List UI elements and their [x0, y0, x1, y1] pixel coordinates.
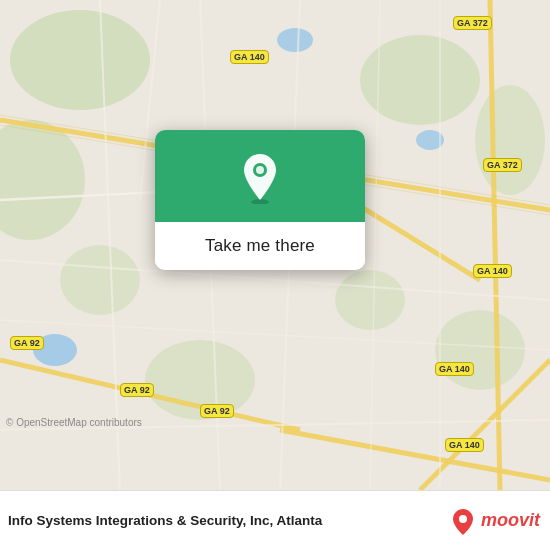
bottom-info: Info Systems Integrations & Security, In…: [8, 513, 322, 528]
moovit-logo: moovit: [449, 507, 540, 535]
map-container: GA 140 GA 372 GA 372 A 140 GA 140 GA 92 …: [0, 0, 550, 490]
svg-point-3: [60, 245, 140, 315]
popup-header: [155, 130, 365, 222]
road-badge-ga92-bottom: GA 92: [200, 404, 234, 418]
road-badge-ga140-mid2: GA 140: [473, 264, 512, 278]
road-badge-ga372-top: GA 372: [453, 16, 492, 30]
svg-point-6: [435, 310, 525, 390]
svg-point-10: [277, 28, 313, 52]
take-me-there-button[interactable]: Take me there: [155, 222, 365, 270]
svg-point-5: [335, 270, 405, 330]
svg-point-8: [475, 85, 545, 195]
moovit-pin-icon: [449, 507, 477, 535]
place-name: Info Systems Integrations & Security, In…: [8, 513, 322, 528]
bottom-bar: Info Systems Integrations & Security, In…: [0, 490, 550, 550]
road-badge-ga140-br2: GA 140: [445, 438, 484, 452]
svg-point-34: [256, 166, 264, 174]
svg-point-35: [459, 515, 467, 523]
road-badge-ga140-top: GA 140: [230, 50, 269, 64]
svg-point-1: [10, 10, 150, 110]
road-badge-ga92-bottom-left: GA 92: [120, 383, 154, 397]
map-attribution: © OpenStreetMap contributors: [6, 417, 142, 428]
road-badge-ga140-br: GA 140: [435, 362, 474, 376]
road-badge-ga372-right: GA 372: [483, 158, 522, 172]
popup-card: Take me there: [155, 130, 365, 270]
location-pin-icon: [238, 152, 282, 204]
road-badge-ga92-left: GA 92: [10, 336, 44, 350]
moovit-text: moovit: [481, 510, 540, 531]
